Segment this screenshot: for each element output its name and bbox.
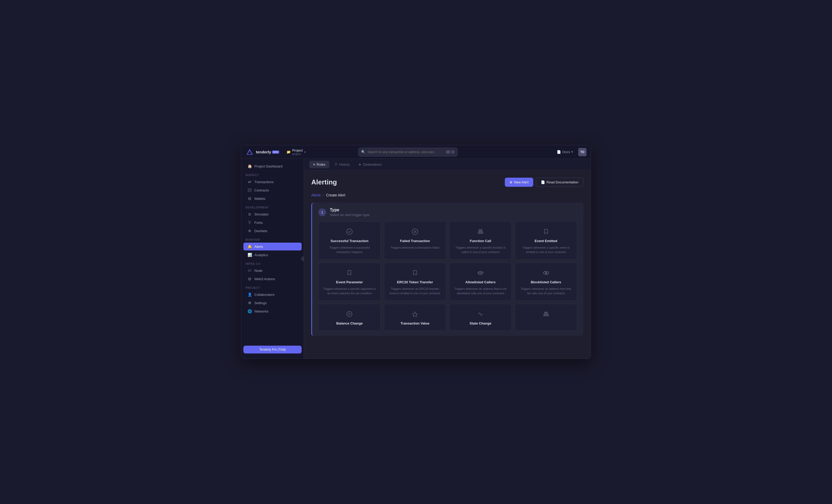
search-bar[interactable]: 🔍 ⌘ k xyxy=(358,148,458,157)
svg-point-8 xyxy=(250,223,250,224)
alert-card-allowlisted[interactable]: Allowlisted Callers Triggers whenever an… xyxy=(449,263,512,301)
wallets-icon: ⊟ xyxy=(248,196,252,201)
logo-badge: DEV xyxy=(272,150,279,153)
docs-button[interactable]: 📄 Docs ▾ xyxy=(555,149,575,155)
tab-history[interactable]: ⏱ History xyxy=(330,161,354,168)
sidebar-collaborators-label: Collaborators xyxy=(254,293,275,297)
event-parameter-title: Event Parameter xyxy=(336,280,363,284)
event-parameter-icon xyxy=(345,268,354,278)
sidebar-item-settings[interactable]: ⚙ Settings xyxy=(243,299,302,307)
top-right: 📄 Docs ▾ TD xyxy=(555,148,587,156)
sidebar-item-collaborators[interactable]: 👤 Collaborators xyxy=(243,290,302,299)
function-call-title: Function Call xyxy=(470,239,491,243)
sidebar-section-infra: Infra 3.0 xyxy=(241,259,304,267)
transactions-icon: ⇄ xyxy=(248,180,252,184)
sidebar-item-alerts[interactable]: 🔔 Alerts xyxy=(243,243,302,250)
alert-card-transaction-value[interactable]: Transaction Value xyxy=(384,304,446,331)
svg-rect-26 xyxy=(543,315,549,316)
alert-card-function-call[interactable]: Function Call Triggers whenever a specif… xyxy=(449,222,512,259)
alert-card-balance-change[interactable]: Balance Change xyxy=(318,304,381,331)
allowlisted-icon xyxy=(476,268,485,278)
alert-card-last[interactable] xyxy=(515,304,577,331)
sidebar-bottom: Tenderly Pro (Trial) xyxy=(241,343,304,356)
sidebar-item-forks[interactable]: Forks xyxy=(243,219,302,226)
networks-icon: 🌐 xyxy=(248,309,252,313)
sidebar-forks-label: Forks xyxy=(254,221,263,225)
docs-icon: 📄 xyxy=(557,150,561,154)
erc20-icon xyxy=(410,268,420,278)
project-info: Project project xyxy=(292,148,303,156)
search-shortcut: ⌘ k xyxy=(446,150,454,153)
transaction-value-title: Transaction Value xyxy=(400,321,430,325)
web3actions-icon: ⊟ xyxy=(248,277,252,281)
read-docs-icon: 📄 xyxy=(541,180,545,184)
breadcrumb-separator: › xyxy=(323,193,324,197)
read-docs-label: Read Documentation xyxy=(547,180,578,184)
event-emitted-icon xyxy=(541,227,551,236)
blocklisted-icon xyxy=(541,268,551,278)
settings-icon: ⚙ xyxy=(248,301,252,305)
event-parameter-desc: Triggers whenever a specific argument in… xyxy=(323,287,376,295)
content-area: ≡ Rules ⏱ History ➤ Destinations Alertin… xyxy=(304,159,591,359)
forks-svg xyxy=(248,221,252,224)
sidebar-dashboard-label: Project Dashboard xyxy=(254,164,283,168)
sidebar-item-contracts[interactable]: Contracts xyxy=(243,186,302,194)
upgrade-button[interactable]: Tenderly Pro (Trial) xyxy=(243,346,302,354)
docs-label: Docs xyxy=(562,150,570,154)
failed-transaction-desc: Triggers whenever a transaction failed xyxy=(391,246,439,250)
sidebar-item-networks[interactable]: 🌐 Networks xyxy=(243,307,302,315)
breadcrumb: Alerts › Create Alert xyxy=(311,193,583,197)
sidebar-wallets-label: Wallets xyxy=(254,197,265,201)
new-alert-button[interactable]: ⊕ New Alert xyxy=(505,178,533,187)
project-name: Project xyxy=(292,148,303,152)
read-docs-button[interactable]: 📄 Read Documentation xyxy=(536,178,583,187)
tab-destinations[interactable]: ➤ Destinations xyxy=(355,161,386,168)
balance-change-icon xyxy=(345,309,354,319)
successful-transaction-desc: Triggers whenever a successful transacti… xyxy=(323,246,376,254)
step-description: Select an alert trigger type. xyxy=(330,213,370,217)
erc20-desc: Triggers whenever an ERC20 transfer even… xyxy=(388,287,442,295)
project-selector[interactable]: 📁 Project project ▾ xyxy=(284,147,308,157)
tab-rules[interactable]: ≡ Rules xyxy=(309,161,329,168)
sidebar-item-dashboard[interactable]: 🏠 Project Dashboard xyxy=(243,162,302,170)
sidebar-item-transactions[interactable]: ⇄ Transactions xyxy=(243,178,302,186)
alert-card-failed-transaction[interactable]: Failed Transaction Triggers whenever a t… xyxy=(384,222,446,259)
sidebar-transactions-label: Transactions xyxy=(254,180,274,184)
node-svg xyxy=(248,269,252,272)
sidebar-item-simulator[interactable]: ⊙ Simulator xyxy=(243,210,302,218)
alert-card-event-parameter[interactable]: Event Parameter Triggers whenever a spec… xyxy=(318,263,381,301)
svg-rect-15 xyxy=(478,233,483,233)
tenderly-logo-icon xyxy=(245,148,254,156)
sidebar-item-node[interactable]: Node xyxy=(243,267,302,275)
destinations-tab-label: Destinations xyxy=(363,163,382,166)
sidebar-item-analytics[interactable]: 📊 Analytics xyxy=(243,251,302,259)
docs-chevron-icon: ▾ xyxy=(571,150,573,153)
alert-types-grid: Successful Transaction Triggers whenever… xyxy=(318,222,577,331)
sidebar-item-devnets[interactable]: ❊ DevNets xyxy=(243,227,302,235)
alert-card-blocklisted[interactable]: Blocklisted Callers Triggers whenever an… xyxy=(515,263,577,301)
blocklisted-desc: Triggers whenever an address from this l… xyxy=(519,287,573,295)
sidebar-contracts-label: Contracts xyxy=(254,188,269,192)
search-input[interactable] xyxy=(367,150,444,154)
alert-card-state-change[interactable]: State Change xyxy=(449,304,512,331)
step-info: Type Select an alert trigger type. xyxy=(330,208,370,217)
alert-card-successful-transaction[interactable]: Successful Transaction Triggers whenever… xyxy=(318,222,381,259)
event-emitted-title: Event Emitted xyxy=(535,239,557,243)
last-card-icon xyxy=(541,309,551,319)
sidebar-item-wallets[interactable]: ⊟ Wallets xyxy=(243,195,302,202)
avatar[interactable]: TD xyxy=(578,148,587,156)
sidebar-item-web3actions[interactable]: ⊟ Web3 Actions xyxy=(243,275,302,283)
alert-card-erc20[interactable]: ERC20 Token Transfer Triggers whenever a… xyxy=(384,263,446,301)
project-sub: project xyxy=(292,152,303,156)
sidebar-analytics-label: Analytics xyxy=(254,253,268,257)
sidebar-section-project: Project xyxy=(241,283,304,290)
alert-card-event-emitted[interactable]: Event Emitted Triggers whenever a specif… xyxy=(515,222,577,259)
simulator-icon: ⊙ xyxy=(248,212,252,216)
breadcrumb-parent[interactable]: Alerts xyxy=(311,193,321,197)
svg-rect-16 xyxy=(478,231,483,232)
erc20-title: ERC20 Token Transfer xyxy=(397,280,433,284)
history-tab-icon: ⏱ xyxy=(334,163,338,166)
state-change-icon xyxy=(476,309,485,319)
analytics-icon: 📊 xyxy=(248,253,252,257)
project-folder-icon: 📁 xyxy=(286,150,291,154)
